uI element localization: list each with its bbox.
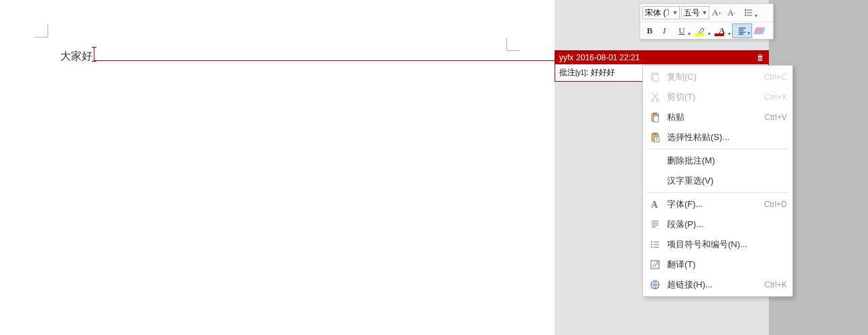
highlight-color-button[interactable]: [692, 23, 712, 38]
font-color-button[interactable]: A: [712, 23, 732, 38]
context-menu-item[interactable]: 项目符号和编号(N)...: [644, 234, 791, 255]
context-menu-separator: [647, 149, 788, 149]
margin-corner-tl: [35, 24, 48, 38]
comment-sep: :: [586, 68, 591, 77]
margin-corner-tr: [506, 38, 520, 51]
bold-button[interactable]: B: [642, 23, 657, 38]
paste-icon: [648, 112, 662, 123]
context-menu-label: 选择性粘贴(S)...: [667, 131, 787, 143]
fontcolor-swatch: [715, 34, 724, 36]
context-menu-item: 剪切(T)Ctrl+X: [644, 87, 791, 107]
context-menu-label: 段落(P)...: [667, 218, 787, 230]
translate-icon: A文: [648, 259, 662, 270]
comment-connector-line: [94, 60, 555, 61]
comment-ref: [y1]: [575, 69, 586, 76]
document-page: 大家好: [0, 0, 555, 335]
font-name-value: 宋体 (〕: [643, 7, 671, 19]
context-menu-item[interactable]: 选择性粘贴(S)...: [644, 127, 791, 147]
context-menu-label: 粘贴: [667, 111, 764, 123]
para-icon: [648, 219, 662, 230]
svg-rect-6: [654, 116, 658, 122]
highlight-swatch: [695, 34, 704, 36]
delete-comment-icon[interactable]: [756, 54, 764, 62]
font-size-combo[interactable]: 五号 ▼: [681, 6, 709, 19]
document-text[interactable]: 大家好: [60, 50, 92, 64]
context-menu-shortcut: Ctrl+V: [764, 113, 787, 122]
mini-toolbar: 宋体 (〕 ▼ 五号 ▼ A+ A- B I U A: [640, 3, 774, 40]
comment-text: 好好好: [591, 68, 615, 77]
context-menu-label: 翻译(T): [667, 259, 787, 271]
context-menu-shortcut: Ctrl+D: [764, 200, 787, 209]
context-menu-item[interactable]: A文翻译(T): [644, 255, 791, 275]
comment-author: yyfx: [559, 53, 573, 62]
bullets-icon: [648, 239, 662, 250]
chevron-down-icon[interactable]: ▼: [701, 9, 709, 16]
context-menu-item[interactable]: 删除批注(M): [644, 151, 791, 171]
svg-rect-5: [653, 113, 657, 115]
context-menu-label: 剪切(T): [667, 91, 764, 103]
context-menu-separator: [647, 192, 788, 193]
context-menu-item[interactable]: 段落(P)...: [644, 214, 791, 234]
context-menu-item[interactable]: 超链接(H)...Ctrl+K: [644, 275, 791, 295]
underline-button[interactable]: U: [672, 23, 692, 38]
pastesp-icon: [648, 132, 662, 143]
font-icon: A: [648, 199, 662, 210]
context-menu-shortcut: Ctrl+K: [764, 280, 787, 289]
context-menu-label: 汉字重选(V): [667, 175, 787, 187]
comment-prefix: 批注: [559, 68, 575, 77]
italic-button[interactable]: I: [657, 23, 672, 38]
font-size-value: 五号: [682, 7, 701, 19]
link-icon: [648, 279, 662, 290]
copy-icon: [648, 72, 662, 82]
context-menu-shortcut: Ctrl+X: [764, 92, 787, 102]
context-menu-label: 删除批注(M): [667, 155, 787, 167]
shrink-font-button[interactable]: A-: [724, 5, 739, 20]
cut-icon: [648, 92, 662, 103]
context-menu-label: 字体(F)...: [667, 198, 764, 210]
context-menu-item: 复制(C)Ctrl+C: [644, 67, 791, 87]
text-cursor: [94, 47, 94, 62]
comment-datetime: 2016-08-01 22:21: [576, 53, 640, 62]
context-menu-shortcut: Ctrl+C: [764, 72, 787, 82]
svg-point-11: [651, 241, 652, 243]
context-menu-item[interactable]: 汉字重选(V): [644, 171, 791, 191]
grow-font-button[interactable]: A+: [709, 5, 724, 20]
svg-point-12: [651, 244, 652, 245]
eraser-button[interactable]: [752, 23, 767, 38]
context-menu-label: 复制(C): [667, 71, 764, 83]
eraser-icon: [753, 27, 766, 34]
context-menu-label: 超链接(H)...: [667, 279, 764, 291]
svg-rect-1: [653, 74, 658, 81]
svg-rect-8: [653, 133, 657, 135]
context-menu-item[interactable]: 粘贴Ctrl+V: [644, 107, 791, 127]
chevron-down-icon[interactable]: ▼: [671, 9, 679, 16]
svg-text:文: 文: [655, 261, 660, 265]
context-menu: 复制(C)Ctrl+C剪切(T)Ctrl+X粘贴Ctrl+V选择性粘贴(S)..…: [642, 65, 793, 297]
svg-point-13: [651, 247, 652, 248]
align-button[interactable]: [732, 23, 752, 38]
comment-header[interactable]: yyfx 2016-08-01 22:21: [555, 51, 768, 64]
context-menu-item[interactable]: A字体(F)...Ctrl+D: [644, 194, 791, 214]
font-name-combo[interactable]: 宋体 (〕 ▼: [642, 6, 680, 19]
context-menu-label: 项目符号和编号(N)...: [667, 239, 787, 251]
line-spacing-button[interactable]: [739, 5, 759, 20]
svg-text:A: A: [651, 200, 658, 210]
